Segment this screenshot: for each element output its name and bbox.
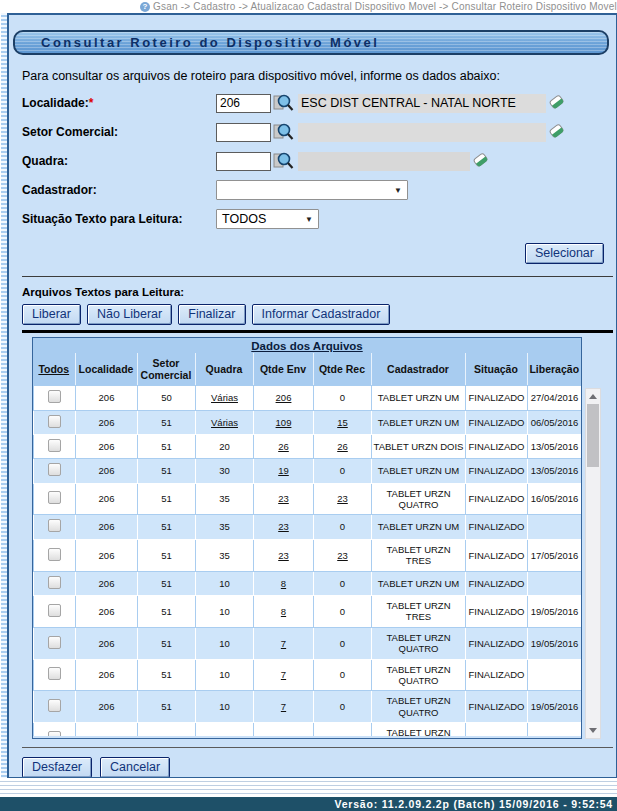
finalizar-button[interactable]: Finalizar xyxy=(178,304,245,325)
arquivos-table: Dados dos Arquivos Todos Localidade Seto… xyxy=(33,338,581,385)
liberar-button[interactable]: Liberar xyxy=(22,304,81,325)
cell-qtde-env[interactable]: 23 xyxy=(278,521,289,532)
col-qtde-env: Qtde Env xyxy=(253,353,313,385)
eraser-icon xyxy=(472,151,489,169)
informar-cadastrador-button[interactable]: Informar Cadastrador xyxy=(252,304,391,325)
quadra-lookup-button[interactable] xyxy=(273,151,294,171)
page-title-bar: Consultar Roteiro do Dispositivo Móvel xyxy=(13,30,609,55)
cell-qtde-env[interactable]: 8 xyxy=(281,578,286,589)
cell-cadastrador: TABLET URZN TRES xyxy=(386,600,450,622)
cell-quadra[interactable]: Várias xyxy=(211,417,238,428)
arrow-down-icon xyxy=(589,728,597,733)
table-title-link[interactable]: Dados dos Arquivos xyxy=(251,340,362,352)
cell-qtde-env[interactable]: 109 xyxy=(276,417,292,428)
arquivos-table-area: Dados dos Arquivos Todos Localidade Seto… xyxy=(32,337,616,739)
cell-localidade: 206 xyxy=(99,701,115,712)
row-checkbox[interactable] xyxy=(48,667,61,680)
row-checkbox[interactable] xyxy=(48,491,61,504)
intro-text: Para consultar os arquivos de roteiro pa… xyxy=(22,69,616,83)
cell-qtde-env[interactable]: 8 xyxy=(281,606,286,617)
cell-qtde-env[interactable]: 23 xyxy=(278,550,289,561)
cell-qtde-env[interactable]: 7 xyxy=(281,701,286,712)
row-checkbox[interactable] xyxy=(48,636,61,649)
selecionar-button[interactable]: Selecionar xyxy=(525,243,604,264)
row-checkbox[interactable] xyxy=(48,731,61,736)
cell-qtde-rec: 0 xyxy=(340,701,345,712)
cell-setor: 51 xyxy=(161,441,172,452)
setor-input[interactable] xyxy=(216,123,271,142)
row-checkbox[interactable] xyxy=(48,415,61,428)
left-decorative-stripes xyxy=(1,13,9,778)
cell-qtde-env[interactable]: 7 xyxy=(281,669,286,680)
scrollbar-up-button[interactable] xyxy=(586,389,600,404)
cell-liberacao: 16/05/2016 xyxy=(531,493,579,504)
col-quadra: Quadra xyxy=(195,353,253,385)
cell-situacao: FINALIZADO xyxy=(469,465,525,476)
nao-liberar-button[interactable]: Não Liberar xyxy=(87,304,172,325)
row-checkbox[interactable] xyxy=(48,576,61,589)
localidade-clear-button[interactable] xyxy=(548,93,565,113)
row-checkbox[interactable] xyxy=(48,519,61,532)
cell-qtde-env[interactable]: 206 xyxy=(276,392,292,403)
quadra-clear-button[interactable] xyxy=(472,151,489,171)
cell-situacao: FINALIZADO xyxy=(469,417,525,428)
table-scrollbar[interactable] xyxy=(585,388,601,739)
scrollbar-track[interactable] xyxy=(586,404,600,723)
row-checkbox[interactable] xyxy=(48,439,61,452)
thick-separator-line xyxy=(22,330,613,333)
col-todos-link[interactable]: Todos xyxy=(38,363,69,375)
cell-situacao: FINALIZADO xyxy=(469,392,525,403)
magnifier-icon xyxy=(273,122,294,141)
row-checkbox[interactable] xyxy=(48,699,61,712)
cell-liberacao: 19/05/2016 xyxy=(531,701,579,712)
cell-qtde-env[interactable]: 7 xyxy=(281,733,286,736)
localidade-input[interactable] xyxy=(216,94,271,113)
row-checkbox[interactable] xyxy=(48,548,61,561)
cell-cadastrador: TABLET URZN QUATRO xyxy=(386,727,450,736)
scrollbar-thumb[interactable] xyxy=(587,404,599,467)
row-checkbox[interactable] xyxy=(48,390,61,403)
cell-qtde-env[interactable]: 23 xyxy=(278,493,289,504)
table-row: 206511080TABLET URZN TRESFINALIZADO19/05… xyxy=(34,596,582,628)
cell-setor: 51 xyxy=(161,493,172,504)
cell-qtde-rec[interactable]: 15 xyxy=(337,417,348,428)
cell-liberacao: 06/05/2016 xyxy=(531,417,579,428)
cell-qtde-rec[interactable]: 26 xyxy=(337,441,348,452)
cadastrador-select[interactable]: ▼ xyxy=(216,180,408,200)
cell-qtde-rec: 0 xyxy=(340,578,345,589)
setor-lookup-button[interactable] xyxy=(273,122,294,142)
cell-qtde-rec: 0 xyxy=(340,733,345,736)
cell-liberacao: 17/05/2016 xyxy=(531,550,579,561)
cell-setor: 51 xyxy=(161,669,172,680)
row-checkbox[interactable] xyxy=(48,463,61,476)
arquivos-label: Arquivos Textos para Leitura: xyxy=(22,286,616,298)
col-liberacao: Liberação xyxy=(527,353,581,385)
setor-clear-button[interactable] xyxy=(548,122,565,142)
cell-setor: 51 xyxy=(161,701,172,712)
cell-qtde-rec: 0 xyxy=(340,638,345,649)
cell-setor: 51 xyxy=(161,606,172,617)
separator-line xyxy=(22,276,613,277)
row-checkbox[interactable] xyxy=(48,604,61,617)
quadra-input[interactable] xyxy=(216,152,271,171)
cell-qtde-rec[interactable]: 23 xyxy=(337,493,348,504)
quadra-label: Quadra: xyxy=(22,154,216,168)
desfazer-button[interactable]: Desfazer xyxy=(22,757,92,778)
situacao-select[interactable]: TODOS ▼ xyxy=(216,209,319,229)
cell-localidade: 206 xyxy=(99,441,115,452)
cell-qtde-env[interactable]: 19 xyxy=(278,465,289,476)
cell-qtde-rec[interactable]: 23 xyxy=(337,550,348,561)
help-icon[interactable]: ? xyxy=(140,2,150,12)
cancelar-button[interactable]: Cancelar xyxy=(100,757,170,778)
col-localidade: Localidade xyxy=(75,353,137,385)
localidade-lookup-button[interactable] xyxy=(273,93,294,113)
scrollbar-down-button[interactable] xyxy=(586,723,600,738)
cell-qtde-env[interactable]: 26 xyxy=(278,441,289,452)
cell-qtde-rec: 0 xyxy=(340,521,345,532)
cell-quadra: 10 xyxy=(219,638,230,649)
cell-situacao: FINALIZADO xyxy=(469,733,525,736)
cell-quadra[interactable]: Várias xyxy=(211,392,238,403)
cell-qtde-env[interactable]: 7 xyxy=(281,638,286,649)
cell-setor: 50 xyxy=(161,392,172,403)
cell-localidade: 206 xyxy=(99,638,115,649)
